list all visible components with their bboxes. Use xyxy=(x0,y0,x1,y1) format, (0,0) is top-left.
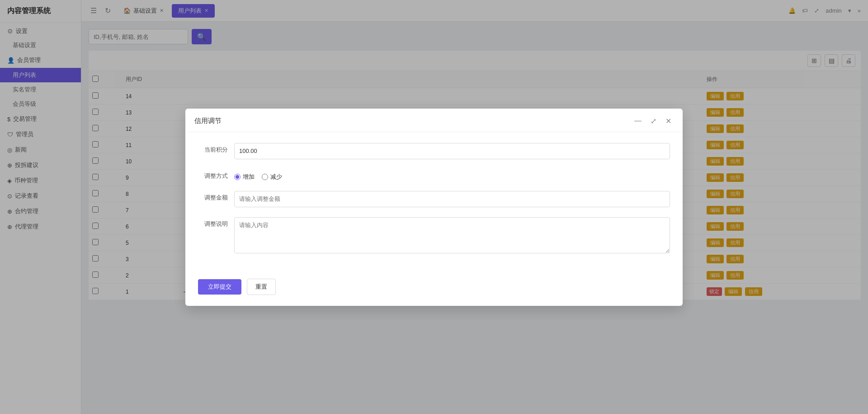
page-body: 🔍 ⊞ ▤ 🖨 用户ID xyxy=(81,22,868,414)
adjust-method-label: 调整方式 xyxy=(198,169,234,180)
radio-increase-input[interactable] xyxy=(234,174,241,180)
radio-decrease[interactable]: 减少 xyxy=(262,173,282,181)
form-row-adjust-amount: 调整金额 xyxy=(198,191,670,207)
modal-header: 信用调节 — ⤢ ✕ xyxy=(185,109,683,132)
main-content: ☰ ↻ 🏠 基础设置 ✕ 用户列表 ✕ 🔔 🏷 ⤢ admin ▾ » xyxy=(81,0,868,414)
form-row-adjust-desc: 调整说明 xyxy=(198,217,670,253)
form-row-current-points: 当前积分 xyxy=(198,143,670,159)
adjust-method-radio-group: 增加 减少 xyxy=(234,169,282,181)
adjust-amount-input[interactable] xyxy=(234,191,670,207)
modal-maximize-btn[interactable]: ⤢ xyxy=(648,116,659,126)
adjust-desc-textarea[interactable] xyxy=(234,217,670,253)
modal-minimize-btn[interactable]: — xyxy=(632,116,644,126)
current-points-input xyxy=(234,143,670,159)
radio-increase[interactable]: 增加 xyxy=(234,173,255,181)
current-points-label: 当前积分 xyxy=(198,143,234,154)
modal-close-btn[interactable]: ✕ xyxy=(663,116,674,126)
adjust-desc-label: 调整说明 xyxy=(198,217,234,228)
modal-title: 信用调节 xyxy=(194,117,222,125)
submit-button[interactable]: 立即提交 xyxy=(198,279,241,295)
reset-button[interactable]: 重置 xyxy=(247,279,276,295)
modal-footer: 立即提交 重置 xyxy=(185,274,683,306)
radio-decrease-input[interactable] xyxy=(262,174,268,180)
modal-overlay[interactable]: 信用调节 — ⤢ ✕ 当前积分 调整方式 xyxy=(81,22,868,414)
credit-modal: 信用调节 — ⤢ ✕ 当前积分 调整方式 xyxy=(185,109,683,306)
modal-header-buttons: — ⤢ ✕ xyxy=(632,116,674,126)
form-row-adjust-method: 调整方式 增加 减少 xyxy=(198,169,670,181)
modal-body: 当前积分 调整方式 增加 减少 xyxy=(185,132,683,274)
adjust-amount-label: 调整金额 xyxy=(198,191,234,202)
